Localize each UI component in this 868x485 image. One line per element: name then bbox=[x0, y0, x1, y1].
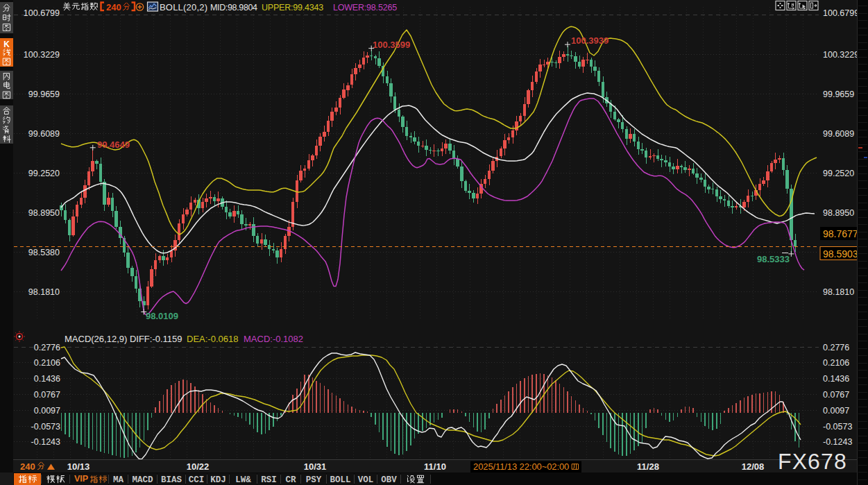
svg-text:100.6799: 100.6799 bbox=[823, 8, 859, 18]
svg-text:98.0109: 98.0109 bbox=[146, 311, 178, 321]
svg-text:-0.0573: -0.0573 bbox=[823, 422, 852, 432]
svg-text:98.5903: 98.5903 bbox=[823, 248, 858, 259]
svg-text:98.1810: 98.1810 bbox=[823, 287, 854, 297]
svg-text:100.3229: 100.3229 bbox=[823, 50, 859, 60]
svg-text:-0.1243: -0.1243 bbox=[31, 437, 60, 447]
svg-text:2025/11/13 22:00~02:00: 2025/11/13 22:00~02:00 bbox=[473, 461, 569, 472]
svg-text:MA: MA bbox=[113, 475, 124, 485]
svg-text:100.3229: 100.3229 bbox=[24, 50, 60, 60]
svg-text:100.3939: 100.3939 bbox=[571, 35, 609, 46]
svg-text:KDJ: KDJ bbox=[210, 475, 226, 485]
svg-text:BIAS: BIAS bbox=[161, 475, 182, 485]
svg-text:100.6799: 100.6799 bbox=[24, 8, 60, 18]
svg-text:UPPER:99.4343: UPPER:99.4343 bbox=[262, 3, 323, 12]
svg-text:10/13: 10/13 bbox=[67, 461, 90, 472]
svg-text:RSI: RSI bbox=[261, 475, 277, 485]
svg-text:0.2776: 0.2776 bbox=[823, 343, 849, 352]
svg-text:FX678: FX678 bbox=[778, 449, 847, 474]
svg-text:CCI: CCI bbox=[189, 475, 205, 485]
svg-text:MID:98.9804: MID:98.9804 bbox=[210, 3, 257, 12]
svg-text:LOWER:98.5265: LOWER:98.5265 bbox=[333, 3, 397, 12]
svg-text:98.8950: 98.8950 bbox=[28, 208, 60, 218]
svg-text:0.0767: 0.0767 bbox=[823, 390, 849, 400]
svg-text:-0.1243: -0.1243 bbox=[823, 437, 852, 447]
svg-text:BOLL: BOLL bbox=[330, 475, 350, 485]
svg-text:98.7677: 98.7677 bbox=[823, 228, 858, 239]
svg-text:99.2520: 99.2520 bbox=[823, 169, 854, 178]
svg-text:MACD: MACD bbox=[132, 475, 153, 485]
svg-text:99.4649: 99.4649 bbox=[97, 139, 130, 150]
svg-text:12/08: 12/08 bbox=[742, 461, 765, 472]
svg-text:100.3599: 100.3599 bbox=[373, 40, 410, 50]
svg-text:98.8950: 98.8950 bbox=[823, 208, 854, 218]
svg-text:99.9659: 99.9659 bbox=[823, 90, 854, 99]
svg-text:-0.0573: -0.0573 bbox=[31, 422, 60, 432]
svg-text:MACD(26,12,9) DIFF:-0.1159: MACD(26,12,9) DIFF:-0.1159 bbox=[65, 334, 182, 344]
svg-text:240: 240 bbox=[20, 461, 35, 472]
svg-text:0.2776: 0.2776 bbox=[34, 343, 60, 352]
svg-text:99.6089: 99.6089 bbox=[823, 129, 854, 139]
svg-text:OBV: OBV bbox=[381, 475, 397, 485]
svg-text:DEA:-0.0618: DEA:-0.0618 bbox=[187, 334, 238, 344]
svg-text:99.9659: 99.9659 bbox=[28, 90, 60, 99]
svg-text:10/31: 10/31 bbox=[304, 461, 327, 472]
svg-text:98.5333: 98.5333 bbox=[757, 254, 790, 264]
svg-text:VIP: VIP bbox=[74, 474, 88, 484]
svg-text:LW&: LW& bbox=[235, 475, 251, 485]
svg-text:0.2106: 0.2106 bbox=[823, 358, 849, 368]
svg-text:BOLL(20,2): BOLL(20,2) bbox=[160, 2, 207, 12]
svg-text:11/28: 11/28 bbox=[637, 461, 659, 472]
svg-text:VOL: VOL bbox=[358, 475, 374, 485]
svg-text:98.5380: 98.5380 bbox=[28, 248, 60, 257]
svg-text:99.6089: 99.6089 bbox=[28, 129, 60, 139]
svg-text:0.0767: 0.0767 bbox=[34, 390, 60, 400]
svg-text:PSY: PSY bbox=[306, 475, 322, 485]
svg-text:10/22: 10/22 bbox=[187, 461, 210, 472]
svg-text:98.1810: 98.1810 bbox=[28, 287, 60, 297]
svg-text:K: K bbox=[3, 40, 10, 49]
svg-text:0.0097: 0.0097 bbox=[34, 406, 60, 416]
svg-text:0.1436: 0.1436 bbox=[34, 374, 60, 384]
svg-text:CR: CR bbox=[285, 475, 296, 485]
svg-text:0.1436: 0.1436 bbox=[823, 374, 849, 384]
svg-text:240: 240 bbox=[106, 2, 121, 12]
svg-text:0.2106: 0.2106 bbox=[34, 358, 60, 368]
svg-text:11/10: 11/10 bbox=[424, 461, 446, 472]
svg-text:99.2520: 99.2520 bbox=[28, 169, 60, 178]
svg-text:0.0097: 0.0097 bbox=[823, 406, 849, 416]
svg-text:MACD:-0.1082: MACD:-0.1082 bbox=[244, 334, 303, 344]
